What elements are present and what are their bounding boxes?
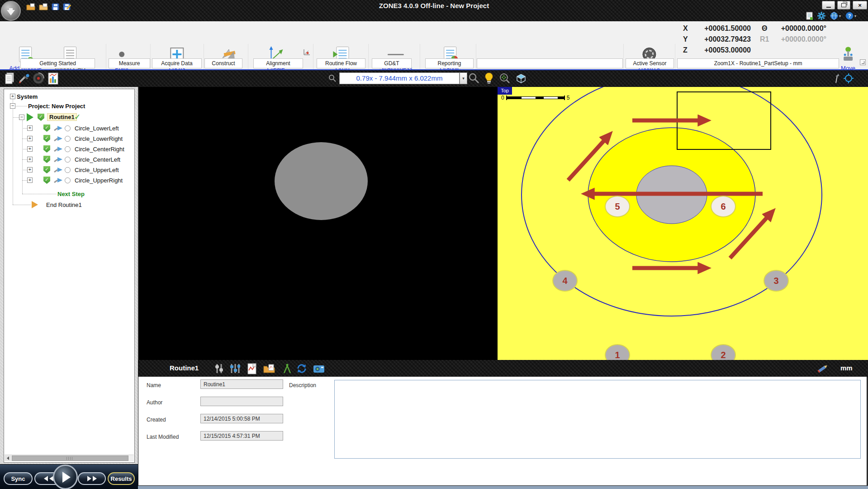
ribbon-group-measure[interactable]: Measure <box>109 58 150 68</box>
lightbulb-icon[interactable] <box>485 72 493 85</box>
expander-icon[interactable]: + <box>27 167 33 173</box>
author-input[interactable] <box>200 397 283 406</box>
tree-item-circle-centerleft[interactable]: + ✓ Circle_CenterLeft <box>5 154 134 164</box>
tree-item-label: Circle_UpperLeft <box>75 167 119 173</box>
tree-item-circle-centerright[interactable]: + ✓ Circle_CenterRight <box>5 144 134 154</box>
move-button[interactable]: Move <box>841 45 855 72</box>
tree-item-project[interactable]: − Project: New Project <box>5 101 134 111</box>
camera-lens-icon[interactable] <box>33 72 45 85</box>
ribbon-group-active-sensor[interactable]: Active Sensor <box>626 58 674 68</box>
description-input[interactable] <box>334 380 861 459</box>
waypoint-5[interactable]: 5 <box>605 196 630 217</box>
settings-gear-icon[interactable] <box>817 12 825 20</box>
waypoint-3[interactable]: 3 <box>764 270 789 292</box>
expander-icon[interactable]: + <box>10 94 15 99</box>
magnifier-icon[interactable] <box>469 73 479 84</box>
window-title: ZONE3 4.0.9 Off-line - New Project <box>0 2 868 10</box>
parameters-icon[interactable] <box>213 363 225 374</box>
expander-icon[interactable]: − <box>19 115 24 120</box>
shield-check-icon: ✓ <box>43 135 50 142</box>
expander-icon[interactable]: + <box>27 136 33 141</box>
shield-check-icon: ✓ <box>38 114 44 121</box>
edit-pencil-icon[interactable] <box>816 363 829 374</box>
tree-horizontal-scrollbar[interactable] <box>5 455 134 461</box>
waypoint-4[interactable]: 4 <box>552 270 578 292</box>
shield-check-icon: ✓ <box>43 125 50 132</box>
tree-item-circle-upperright[interactable]: + ✓ Circle_UpperRight <box>5 175 134 185</box>
tree-item-circle-lowerleft[interactable]: + ✓ Circle_LowerLeft <box>5 123 134 133</box>
tree-item-circle-upperleft[interactable]: + ✓ Circle_UpperLeft <box>5 165 134 175</box>
scrollbar-left-arrow[interactable] <box>5 455 11 461</box>
ribbon-group-routine-flow[interactable]: Routine Flow <box>317 58 365 68</box>
last-modified-input[interactable] <box>200 431 283 441</box>
scrollbar-thumb[interactable] <box>12 455 128 461</box>
title-utility-icons: ▾ ?▾ <box>806 12 856 20</box>
cad-view[interactable]: 1 2 3 4 5 6 Top 0 5 <box>498 87 868 360</box>
results-button[interactable]: Results <box>108 472 135 485</box>
crosshair-target-icon[interactable] <box>843 73 854 84</box>
app-menu-button[interactable] <box>1 1 21 21</box>
tree-item-end-routine1[interactable]: End Routine1 <box>5 200 134 210</box>
play-button[interactable] <box>53 465 78 489</box>
results-chart-icon[interactable] <box>48 72 58 85</box>
expander-icon[interactable]: + <box>27 157 33 162</box>
shield-check-icon: ✓ <box>43 145 50 153</box>
units-label: mm <box>840 364 853 372</box>
ribbon-group-alignment[interactable]: Alignment <box>253 58 303 68</box>
tree-item-routine1[interactable]: − ✓ Routine1 ✓ <box>5 112 134 122</box>
tree-item-circle-lowerright[interactable]: + ✓ Circle_LowerRight <box>5 134 134 144</box>
package-folder-icon[interactable] <box>263 363 275 374</box>
ribbon-group-partsetup[interactable]: Zoom1X - Routine1_PartSetup - mm <box>677 58 839 68</box>
expander-icon[interactable]: − <box>10 103 15 109</box>
probe-pointer-icon[interactable] <box>831 73 840 84</box>
settings-sliders-icon[interactable] <box>228 363 241 374</box>
measure-compass-icon[interactable] <box>281 363 294 374</box>
close-icon: × <box>858 2 862 8</box>
scale-start-label: 0 <box>501 95 504 101</box>
tree-item-system[interactable]: + System <box>5 91 134 101</box>
search-icon[interactable] <box>328 74 337 82</box>
ribbon-group-getting-started[interactable]: Getting Started <box>20 58 95 68</box>
shield-check-icon: ✓ <box>43 166 50 173</box>
sync-refresh-icon[interactable] <box>295 363 308 374</box>
close-button[interactable]: × <box>853 1 867 10</box>
expander-icon[interactable]: + <box>27 177 33 183</box>
video-view[interactable] <box>139 87 498 360</box>
video-zoom-dropdown-arrow[interactable]: ▾ <box>460 72 467 84</box>
probe-tool-icon[interactable] <box>18 73 30 84</box>
help-icon[interactable]: ?▾ <box>845 12 856 20</box>
restore-button[interactable] <box>837 1 850 10</box>
video-zoom-selector[interactable]: 0.79x - 7.944mm x 6.022mm <box>339 72 460 84</box>
waypoint-6[interactable]: 6 <box>711 196 736 217</box>
sensor-camera-icon[interactable] <box>313 363 325 374</box>
ribbon-group-reporting[interactable]: Reporting <box>425 58 474 68</box>
dro-z-value: +00053.00000 <box>697 46 751 54</box>
save-icon[interactable] <box>52 3 59 10</box>
routine-list-icon[interactable] <box>5 72 14 84</box>
created-input[interactable] <box>200 414 283 423</box>
play-routine-icon[interactable] <box>27 113 33 121</box>
fast-forward-button[interactable] <box>78 472 106 485</box>
ribbon-expander-icon[interactable] <box>860 59 866 65</box>
expander-icon[interactable]: + <box>27 146 33 152</box>
quick-access-toolbar <box>26 2 71 11</box>
report-icon[interactable] <box>246 363 258 374</box>
ribbon-group-empty <box>477 58 623 68</box>
save-as-icon[interactable] <box>63 3 71 10</box>
language-globe-icon[interactable]: ▾ <box>830 12 841 20</box>
report-document-icon[interactable] <box>806 12 813 20</box>
view-cube-icon[interactable] <box>515 73 527 84</box>
name-input[interactable] <box>200 379 283 389</box>
ribbon-group-acquire-data[interactable]: Acquire Data <box>152 58 202 68</box>
sync-button[interactable]: Sync <box>4 472 33 485</box>
minimize-button[interactable] <box>822 1 835 10</box>
open-project-icon[interactable] <box>26 3 35 10</box>
open-routine-icon[interactable] <box>39 3 48 10</box>
ribbon-group-construct[interactable]: Construct <box>204 58 242 68</box>
expander-icon[interactable]: + <box>27 125 33 131</box>
alignment-tool-button[interactable] <box>302 47 311 58</box>
zoom-fit-icon[interactable] <box>499 73 510 84</box>
ribbon-group-gdt[interactable]: GD&T <box>372 58 412 68</box>
restore-icon <box>841 3 846 7</box>
tree-item-next-step[interactable]: Next Step <box>5 189 134 199</box>
